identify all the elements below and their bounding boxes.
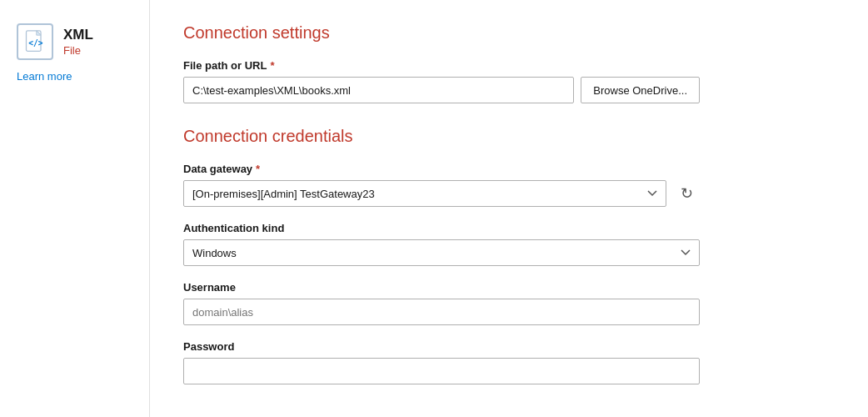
refresh-icon: ↻ (681, 184, 693, 203)
data-gateway-select[interactable]: [On-premises][Admin] TestGateway23 (none… (183, 180, 666, 207)
xml-subtitle: File (63, 44, 93, 57)
auth-kind-field: Authentication kind Windows Basic Anonym… (183, 222, 700, 266)
username-input[interactable] (183, 299, 700, 325)
data-gateway-label: Data gateway * (183, 163, 700, 175)
browse-onedrive-button[interactable]: Browse OneDrive... (581, 77, 700, 103)
svg-text:</>: </> (28, 38, 43, 48)
file-path-row: Browse OneDrive... (183, 77, 700, 103)
password-input[interactable] (183, 358, 700, 384)
auth-kind-select[interactable]: Windows Basic Anonymous (183, 239, 700, 266)
refresh-gateway-button[interactable]: ↻ (673, 180, 700, 207)
data-gateway-row: [On-premises][Admin] TestGateway23 (none… (183, 180, 700, 207)
file-path-required: * (270, 59, 274, 72)
left-panel: </> XML File Learn more (0, 0, 150, 417)
xml-icon-wrapper: </> XML File (17, 23, 93, 60)
data-gateway-field: Data gateway * [On-premises][Admin] Test… (183, 163, 700, 207)
file-path-label: File path or URL * (183, 59, 700, 72)
xml-file-icon: </> (17, 23, 53, 60)
file-path-input[interactable] (183, 77, 574, 103)
password-field: Password (183, 340, 700, 384)
xml-title-group: XML File (63, 27, 93, 57)
connection-settings-title: Connection settings (183, 23, 835, 43)
data-gateway-required: * (256, 163, 260, 175)
file-path-field: File path or URL * Browse OneDrive... (183, 59, 700, 103)
username-label: Username (183, 281, 700, 294)
username-field: Username (183, 281, 700, 325)
right-panel: Connection settings File path or URL * B… (150, 0, 868, 417)
connection-settings-section: Connection settings File path or URL * B… (183, 23, 835, 103)
xml-title: XML (63, 27, 93, 43)
credentials-section: Connection credentials Data gateway * [O… (183, 127, 835, 384)
auth-kind-row: Windows Basic Anonymous (183, 239, 700, 266)
auth-kind-label: Authentication kind (183, 222, 700, 234)
password-label: Password (183, 340, 700, 353)
learn-more-link[interactable]: Learn more (17, 70, 72, 83)
connection-credentials-title: Connection credentials (183, 127, 835, 146)
